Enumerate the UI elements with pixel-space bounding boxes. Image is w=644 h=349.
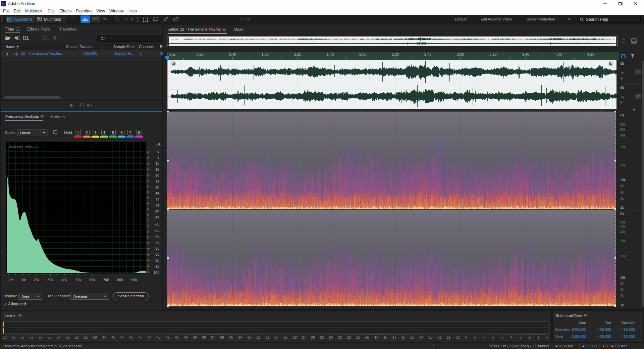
svg-text:Au: Au bbox=[1, 2, 6, 6]
svg-text:-70: -70 bbox=[154, 234, 159, 238]
svg-text:-60: -60 bbox=[154, 222, 159, 226]
svg-text:-35: -35 bbox=[154, 192, 159, 196]
svg-text:-55: -55 bbox=[154, 216, 159, 220]
svg-text:0:20: 0:20 bbox=[196, 52, 203, 56]
svg-text:2:20: 2:20 bbox=[392, 52, 399, 56]
svg-text:0: 0 bbox=[157, 149, 159, 153]
svg-text:-75: -75 bbox=[154, 240, 159, 244]
svg-text:40k: 40k bbox=[62, 278, 68, 282]
svg-text:0:40: 0:40 bbox=[229, 52, 236, 56]
svg-text:-40: -40 bbox=[154, 198, 159, 202]
svg-text:2:00: 2:00 bbox=[359, 52, 366, 56]
svg-text:50k: 50k bbox=[76, 278, 82, 282]
svg-text:60k: 60k bbox=[90, 278, 96, 282]
svg-text:-5: -5 bbox=[156, 155, 159, 159]
svg-text:-85: -85 bbox=[154, 252, 159, 256]
svg-text:2:40: 2:40 bbox=[424, 52, 431, 56]
svg-text:-65: -65 bbox=[154, 228, 159, 232]
svg-text:90k: 90k bbox=[131, 278, 138, 282]
svg-text:Scanned Selection: Scanned Selection bbox=[9, 144, 40, 148]
svg-text:-90: -90 bbox=[154, 258, 159, 262]
svg-text:-15: -15 bbox=[154, 167, 159, 171]
svg-text:10k: 10k bbox=[20, 278, 26, 282]
svg-text:1:40: 1:40 bbox=[327, 52, 334, 56]
svg-text:-25: -25 bbox=[154, 180, 159, 184]
svg-text:dB: dB bbox=[156, 143, 161, 147]
svg-text:-10: -10 bbox=[154, 161, 159, 165]
svg-text:30k: 30k bbox=[48, 278, 54, 282]
svg-text:Hz: Hz bbox=[9, 278, 13, 282]
svg-text:-20: -20 bbox=[154, 173, 159, 178]
svg-text:hms: hms bbox=[169, 52, 176, 56]
svg-text:3:20: 3:20 bbox=[489, 52, 496, 56]
svg-text:-95: -95 bbox=[154, 264, 159, 268]
svg-text:1:20: 1:20 bbox=[294, 52, 301, 56]
svg-text:3:40: 3:40 bbox=[522, 52, 529, 56]
svg-text:70k: 70k bbox=[103, 278, 109, 282]
svg-text:20k: 20k bbox=[34, 278, 40, 282]
svg-text:80k: 80k bbox=[117, 278, 123, 282]
svg-text:3:00: 3:00 bbox=[457, 52, 464, 56]
svg-text:4:20: 4:20 bbox=[587, 52, 594, 56]
svg-text:4:00: 4:00 bbox=[554, 52, 561, 56]
svg-text:-30: -30 bbox=[154, 186, 159, 190]
svg-text:-50: -50 bbox=[154, 210, 159, 214]
svg-text:-45: -45 bbox=[154, 204, 159, 208]
svg-text:-80: -80 bbox=[154, 246, 159, 250]
svg-text:1:00: 1:00 bbox=[262, 52, 269, 56]
